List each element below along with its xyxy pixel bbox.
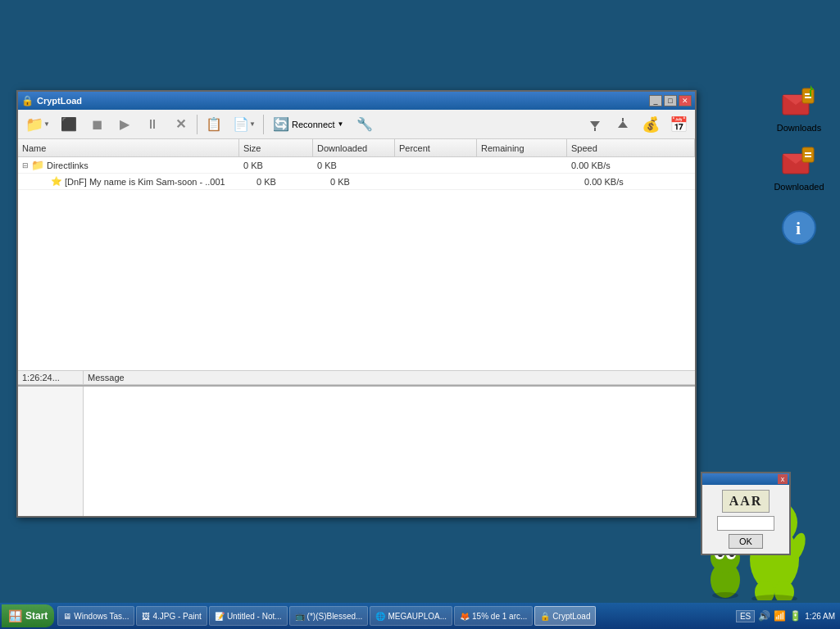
toolbar: 📁 ▼ ⬛ ◼ ▶ ⏸ ✕ 📋 📄 <box>18 110 695 139</box>
file-list[interactable]: ⊟ 📁 Directlinks 0 KB 0 KB 0.00 KB/s ⭐ [D… <box>18 157 695 370</box>
task-manager-label: Windows Tas... <box>74 612 129 621</box>
col-header-size[interactable]: Size <box>239 139 313 156</box>
taskbar-items: 🖥 Windows Tas... 🖼 4.JPG - Paint 📝 Untit… <box>57 606 728 626</box>
pause-icon: ⏸ <box>146 117 159 132</box>
firefox-label: 15% de 1 arc... <box>472 612 527 621</box>
col-header-remaining[interactable]: Remaining <box>477 139 567 156</box>
col-header-name[interactable]: Name <box>18 139 239 156</box>
premium-button[interactable]: 💰 <box>638 113 664 136</box>
taskbar-item-blessed[interactable]: 📺 (*)(S)Blessed... <box>289 606 369 626</box>
reconnect-button[interactable]: 🔄 Reconnect ▼ <box>267 113 350 136</box>
captcha-image: AAR <box>722 490 770 513</box>
sort-down-button[interactable] <box>582 113 608 136</box>
notepad-icon: 📝 <box>215 612 225 621</box>
stop-button[interactable]: ◼ <box>84 113 110 136</box>
delete-button[interactable]: ✕ <box>167 113 193 136</box>
svg-marker-2 <box>618 121 628 128</box>
taskbar-item-cryptload[interactable]: 🔒 CryptLoad <box>534 606 596 626</box>
group-downloaded: 0 KB <box>313 159 395 172</box>
start-button[interactable]: 🪟 Start <box>2 604 54 627</box>
group-name: Directlinks <box>47 161 89 170</box>
svg-rect-10 <box>805 97 811 98</box>
col-header-percent[interactable]: Percent <box>395 139 477 156</box>
taskbar-item-megaupload[interactable]: 🌐 MEGAUPLOA... <box>370 606 452 626</box>
sort-up-button[interactable] <box>610 113 636 136</box>
svg-rect-18 <box>805 152 811 154</box>
svg-text:i: i <box>796 218 801 238</box>
separator-2 <box>263 115 264 134</box>
captcha-dialog: x AAR OK <box>701 472 791 555</box>
folder-icon: 📁 <box>31 159 44 171</box>
file-name-cell: ⊟ 📁 Directlinks <box>18 157 239 173</box>
sidebar-item-downloads[interactable]: Downloads <box>766 82 832 133</box>
stop-all-button[interactable]: ⬛ <box>56 113 82 136</box>
table-row[interactable]: ⭐ [DnF] My name is Kim Sam-soon - ..001 … <box>18 174 695 190</box>
window-title: CryptLoad <box>37 96 82 106</box>
child-speed: 0.00 KB/s <box>580 175 695 188</box>
reconnect-label: Reconnect <box>292 120 335 129</box>
log-timestamps <box>18 387 84 516</box>
table-row[interactable]: ⊟ 📁 Directlinks 0 KB 0 KB 0.00 KB/s <box>18 157 695 174</box>
taskbar-item-task-manager[interactable]: 🖥 Windows Tas... <box>57 606 134 626</box>
downloads-mailbox-icon <box>779 82 819 121</box>
tray-icon-1: 🔊 <box>758 610 770 622</box>
clock-icon: 📅 <box>670 115 688 133</box>
col-header-downloaded[interactable]: Downloaded <box>313 139 395 156</box>
desktop: 🔒 CryptLoad _ □ ✕ 📁 ▼ ⬛ ◼ ▶ <box>0 0 840 629</box>
close-button[interactable]: ✕ <box>679 95 692 106</box>
reconnect-icon: 🔄 <box>273 116 289 132</box>
pause-button[interactable]: ⏸ <box>139 113 166 136</box>
child-remaining <box>490 180 580 183</box>
file-dropdown-arrow: ▼ <box>249 120 256 128</box>
add-button[interactable]: 📁 ▼ <box>21 113 54 136</box>
popup-close-button[interactable]: x <box>778 474 788 484</box>
captcha-input[interactable] <box>717 516 774 531</box>
sidebar-item-downloaded[interactable]: Downloaded <box>766 141 832 192</box>
group-speed: 0.00 KB/s <box>567 159 695 172</box>
clipboard-button[interactable]: 📋 <box>201 113 227 136</box>
start-label: Start <box>25 610 48 622</box>
minimize-button[interactable]: _ <box>649 95 662 106</box>
sidebar-item-info[interactable]: i <box>766 208 832 247</box>
title-bar-left: 🔒 CryptLoad <box>21 95 82 106</box>
file-icon: 📄 <box>233 116 249 132</box>
cryptload-taskbar-label: CryptLoad <box>552 612 590 621</box>
title-bar: 🔒 CryptLoad _ □ ✕ <box>18 92 695 110</box>
group-remaining <box>477 164 567 167</box>
paint-icon: 🖼 <box>142 612 150 621</box>
reconnect-arrow: ▼ <box>338 120 344 128</box>
maximize-button[interactable]: □ <box>664 95 677 106</box>
taskbar-item-firefox[interactable]: 🦊 15% de 1 arc... <box>454 606 533 626</box>
cryptload-taskbar-icon: 🔒 <box>540 612 550 621</box>
file-add-button[interactable]: 📄 ▼ <box>229 113 260 136</box>
child-size: 0 KB <box>252 175 326 188</box>
log-area <box>18 385 695 516</box>
add-icon: 📁 <box>25 115 43 133</box>
language-indicator[interactable]: ES <box>736 610 755 622</box>
tree-expand-icon[interactable]: ⊟ <box>22 161 29 170</box>
svg-marker-0 <box>590 121 600 128</box>
captcha-ok-button[interactable]: OK <box>729 534 763 549</box>
log-msg-header: Message <box>84 371 129 384</box>
settings-icon: 🔧 <box>356 116 373 132</box>
play-icon: ▶ <box>120 116 129 132</box>
taskbar-item-paint[interactable]: 🖼 4.JPG - Paint <box>136 606 207 626</box>
column-headers: Name Size Downloaded Percent Remaining S… <box>18 139 695 157</box>
start-button[interactable]: ▶ <box>111 113 138 136</box>
file-name-cell: ⭐ [DnF] My name is Kim Sam-soon - ..001 <box>31 174 252 188</box>
taskbar-item-notepad[interactable]: 📝 Untitled - Not... <box>209 606 288 626</box>
settings-button[interactable]: 🔧 <box>352 113 378 136</box>
scheduler-button[interactable]: 📅 <box>665 113 692 136</box>
separator-1 <box>197 115 198 134</box>
group-percent <box>395 164 477 167</box>
popup-content: AAR OK <box>702 485 789 554</box>
tray-icon-3: 🔋 <box>789 610 801 622</box>
svg-rect-12 <box>810 90 811 97</box>
svg-rect-16 <box>802 147 814 162</box>
sort-down-icon <box>587 116 603 133</box>
col-header-speed[interactable]: Speed <box>567 139 695 156</box>
megaupload-label: MEGAUPLOA... <box>388 612 447 621</box>
firefox-icon: 🦊 <box>460 612 470 621</box>
tray-icon-2: 📶 <box>774 610 786 622</box>
task-manager-icon: 🖥 <box>63 612 71 621</box>
